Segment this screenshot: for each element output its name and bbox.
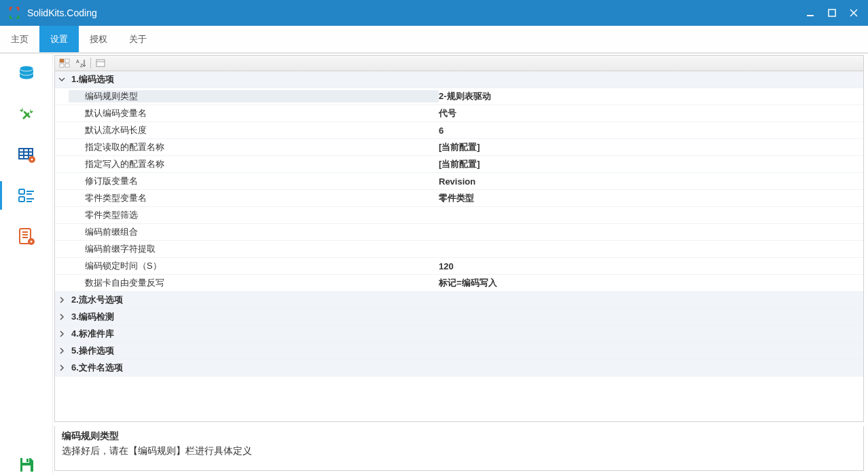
table-gear-icon[interactable] xyxy=(16,145,37,165)
svg-rect-31 xyxy=(65,64,69,67)
property-label: 指定写入的配置名称 xyxy=(69,158,439,170)
menu-item-1[interactable]: 设置 xyxy=(39,26,79,52)
propgrid-category[interactable]: 3.编码检测 xyxy=(55,309,863,326)
property-label: 零件类型筛选 xyxy=(69,209,439,221)
list-gear-icon[interactable] xyxy=(16,226,37,246)
property-label: 编码规则类型 xyxy=(69,90,439,102)
tools-icon[interactable] xyxy=(16,104,37,124)
titlebar: SolidKits.Coding xyxy=(0,0,868,26)
code-blocks-icon[interactable] xyxy=(16,185,37,206)
svg-rect-29 xyxy=(65,59,69,62)
property-value[interactable]: [当前配置] xyxy=(439,158,863,170)
category-label: 1.编码选项 xyxy=(69,73,439,86)
propgrid-category[interactable]: 6.文件名选项 xyxy=(55,360,863,377)
svg-rect-34 xyxy=(96,60,105,66)
svg-rect-13 xyxy=(19,189,24,194)
menu-item-2[interactable]: 授权 xyxy=(79,26,118,52)
chevron-right-icon[interactable] xyxy=(55,330,69,337)
content-area: AZ 1.编码选项编码规则类型2-规则表驱动默认编码变量名代号默认流水码长度6指… xyxy=(0,53,868,475)
description-panel: 编码规则类型 选择好后，请在【编码规则】栏进行具体定义 xyxy=(54,426,864,471)
svg-text:A: A xyxy=(76,59,79,64)
menubar: 主页设置授权关于 xyxy=(0,26,868,53)
property-value[interactable]: 代号 xyxy=(439,107,863,119)
property-value[interactable]: 2-规则表驱动 xyxy=(439,90,863,102)
property-label: 指定读取的配置名称 xyxy=(69,141,439,153)
category-label: 6.文件名选项 xyxy=(69,362,439,374)
category-label: 4.标准件库 xyxy=(69,328,439,340)
svg-rect-14 xyxy=(19,197,24,202)
propgrid-row[interactable]: 零件类型变量名零件类型 xyxy=(55,190,863,207)
property-label: 数据卡自由变量反写 xyxy=(69,277,439,289)
app-logo-icon xyxy=(8,7,20,19)
save-icon[interactable] xyxy=(16,455,37,475)
propgrid-row[interactable]: 数据卡自由变量反写标记=编码写入 xyxy=(55,275,863,292)
svg-rect-30 xyxy=(60,64,64,67)
svg-rect-1 xyxy=(829,10,835,16)
chevron-right-icon[interactable] xyxy=(55,314,69,320)
category-label: 5.操作选项 xyxy=(69,345,439,357)
svg-point-24 xyxy=(30,241,32,243)
property-label: 默认编码变量名 xyxy=(69,107,439,119)
description-title: 编码规则类型 xyxy=(62,430,856,442)
property-label: 默认流水码长度 xyxy=(69,124,439,136)
propgrid-row[interactable]: 指定写入的配置名称[当前配置] xyxy=(55,156,863,173)
property-label: 编码前缀字符提取 xyxy=(69,243,439,255)
main-panel: AZ 1.编码选项编码规则类型2-规则表驱动默认编码变量名代号默认流水码长度6指… xyxy=(53,54,868,475)
propgrid-category[interactable]: 1.编码选项 xyxy=(55,71,863,88)
alphabetical-view-button[interactable]: AZ xyxy=(74,57,88,69)
chevron-right-icon[interactable] xyxy=(55,364,69,371)
propgrid-row[interactable]: 默认编码变量名代号 xyxy=(55,105,863,122)
property-pages-button[interactable] xyxy=(94,57,107,69)
chevron-right-icon[interactable] xyxy=(55,347,69,354)
propgrid-category[interactable]: 2.流水号选项 xyxy=(55,292,863,309)
property-value[interactable]: 6 xyxy=(439,126,863,136)
propgrid-category[interactable]: 5.操作选项 xyxy=(55,343,863,360)
propgrid-category[interactable]: 4.标准件库 xyxy=(55,326,863,343)
property-value[interactable]: 120 xyxy=(439,261,863,271)
maximize-button[interactable] xyxy=(826,7,838,19)
menu-item-0[interactable]: 主页 xyxy=(0,26,39,52)
property-label: 编码锁定时间（S） xyxy=(69,260,439,272)
window-title: SolidKits.Coding xyxy=(27,7,804,18)
propgrid-row[interactable]: 指定读取的配置名称[当前配置] xyxy=(55,139,863,156)
chevron-right-icon[interactable] xyxy=(55,297,69,303)
toolbar-separator xyxy=(90,58,91,69)
chevron-down-icon[interactable] xyxy=(55,76,69,83)
category-label: 3.编码检测 xyxy=(69,311,439,323)
property-label: 修订版变量名 xyxy=(69,175,439,187)
propgrid-row[interactable]: 默认流水码长度6 xyxy=(55,122,863,139)
propgrid-row[interactable]: 零件类型筛选 xyxy=(55,207,863,224)
property-value[interactable]: 标记=编码写入 xyxy=(439,277,863,289)
svg-rect-28 xyxy=(60,59,64,62)
propgrid-row[interactable]: 修订版变量名Revision xyxy=(55,173,863,190)
propgrid-row[interactable]: 编码前缀字符提取 xyxy=(55,241,863,258)
property-label: 零件类型变量名 xyxy=(69,192,439,204)
property-value[interactable]: 零件类型 xyxy=(439,192,863,204)
close-button[interactable] xyxy=(848,7,860,19)
property-value[interactable]: [当前配置] xyxy=(439,141,863,153)
property-grid[interactable]: 1.编码选项编码规则类型2-规则表驱动默认编码变量名代号默认流水码长度6指定读取… xyxy=(54,71,864,422)
svg-rect-27 xyxy=(26,459,29,462)
database-icon[interactable] xyxy=(16,63,37,83)
svg-point-12 xyxy=(31,159,33,161)
window-controls xyxy=(804,7,860,19)
propgrid-row[interactable]: 编码规则类型2-规则表驱动 xyxy=(55,88,863,105)
description-body: 选择好后，请在【编码规则】栏进行具体定义 xyxy=(62,445,856,457)
sidebar xyxy=(0,54,53,475)
propgrid-toolbar: AZ xyxy=(54,55,864,71)
propgrid-row[interactable]: 编码前缀组合 xyxy=(55,224,863,241)
minimize-button[interactable] xyxy=(804,7,816,19)
svg-rect-26 xyxy=(22,466,31,472)
categorized-view-button[interactable] xyxy=(58,57,71,69)
menu-item-3[interactable]: 关于 xyxy=(118,26,158,52)
category-label: 2.流水号选项 xyxy=(69,294,439,306)
property-label: 编码前缀组合 xyxy=(69,226,439,238)
propgrid-row[interactable]: 编码锁定时间（S）120 xyxy=(55,258,863,275)
property-value[interactable]: Revision xyxy=(439,176,863,187)
